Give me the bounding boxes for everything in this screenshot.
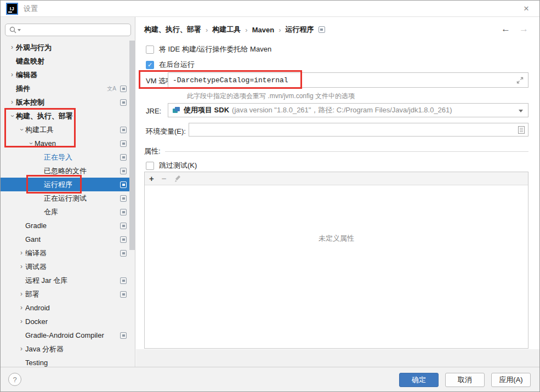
no-properties-message: 未定义属性: [145, 234, 528, 243]
add-property-button[interactable]: +: [149, 173, 154, 185]
external-settings-icon: [319, 26, 325, 33]
window-title: 设置: [24, 4, 38, 14]
sidebar-item-label: 构建、执行、部署: [16, 109, 73, 123]
close-icon[interactable]: ×: [521, 3, 532, 14]
sidebar-scrollbar[interactable]: [129, 41, 135, 250]
sidebar-item-label: Gant: [25, 232, 41, 246]
env-browse-icon[interactable]: [518, 126, 525, 134]
sidebar-item-label: 部署: [25, 287, 39, 301]
dialog-footer: ? 确定 取消 应用(A): [1, 367, 540, 392]
sidebar-item-appearance-behavior[interactable]: 外观与行为: [1, 41, 135, 54]
jre-value-detail: (java version "1.8.0_261"，路径: C:/Program…: [232, 105, 452, 115]
env-variables-input[interactable]: [189, 123, 528, 137]
tree-chevron-icon[interactable]: [18, 301, 25, 315]
jre-value-main: 使用项目 SDK: [184, 105, 229, 115]
sidebar-item-repositories[interactable]: 仓库: [1, 205, 135, 219]
sidebar-item-label: Android: [25, 301, 50, 315]
vm-options-hint: 此字段中指定的选项会重写 .mvn/jvm.config 文件中的选项: [187, 92, 355, 101]
sidebar-item-debugger[interactable]: 调试器: [1, 260, 135, 274]
sidebar-item-deployment[interactable]: 部署: [1, 287, 135, 301]
sidebar-item-running-tests[interactable]: 正在运行测试: [1, 191, 135, 205]
tree-chevron-icon[interactable]: [18, 246, 25, 260]
jre-label: JRE:: [146, 107, 161, 115]
sidebar-item-runner[interactable]: 运行程序: [1, 178, 135, 191]
back-arrow-icon[interactable]: ←: [501, 24, 510, 35]
sidebar-item-plugins[interactable]: 插件 文A: [1, 82, 135, 95]
tree-chevron-icon[interactable]: [18, 260, 25, 274]
breadcrumb-part[interactable]: 构建工具: [212, 25, 241, 35]
properties-toolbar: + −: [145, 172, 528, 185]
sidebar-item-android[interactable]: Android: [1, 301, 135, 315]
run-in-background-checkbox[interactable]: ✓: [146, 61, 154, 69]
sidebar-item-java-profiler[interactable]: Java 分析器: [1, 342, 135, 356]
sidebar-item-importing[interactable]: 正在导入: [1, 150, 135, 164]
help-button[interactable]: ?: [8, 373, 21, 386]
vm-options-input[interactable]: -DarchetypeCatalog=internal: [168, 72, 528, 88]
sidebar-item-editor[interactable]: 编辑器: [1, 68, 135, 82]
search-icon: [9, 26, 16, 33]
sidebar-item-gant[interactable]: Gant: [1, 232, 135, 246]
expand-icon[interactable]: [516, 77, 524, 84]
sidebar-item-build-tools[interactable]: 构建工具: [1, 123, 135, 137]
external-settings-icon: [120, 99, 127, 106]
external-settings-icon: [120, 127, 127, 133]
external-settings-icon: [120, 277, 127, 284]
search-history-caret-icon[interactable]: [18, 29, 21, 31]
breadcrumb-part[interactable]: Maven: [252, 26, 274, 34]
skip-tests-checkbox[interactable]: [146, 162, 154, 170]
sidebar-item-keymap[interactable]: 键盘映射: [1, 54, 135, 68]
tree-chevron-icon[interactable]: [18, 342, 25, 356]
breadcrumb-separator: ›: [245, 26, 247, 34]
content-bottom-strip: [136, 349, 540, 367]
sidebar-item-testing[interactable]: Testing: [1, 356, 135, 367]
sidebar-item-gradle[interactable]: Gradle: [1, 219, 135, 232]
sidebar-item-gradle-android-compiler[interactable]: Gradle-Android Compiler: [1, 328, 135, 342]
tree-chevron-icon[interactable]: [8, 95, 16, 109]
sidebar-item-build-execution-deployment[interactable]: 构建、执行、部署: [1, 109, 135, 123]
tree-chevron-icon[interactable]: [8, 68, 16, 82]
run-in-background-row: ✓ 在后台运行: [146, 60, 195, 70]
external-settings-icon: [120, 332, 127, 339]
jre-dropdown[interactable]: 使用项目 SDK (java version "1.8.0_261"，路径: C…: [168, 103, 528, 117]
external-settings-icon: [120, 236, 127, 243]
external-settings-icon: [120, 250, 127, 257]
sidebar-item-maven[interactable]: Maven: [1, 137, 135, 150]
remove-property-button[interactable]: −: [162, 173, 167, 185]
sidebar-item-label: 编译器: [25, 246, 47, 260]
tree-chevron-icon[interactable]: [8, 41, 16, 54]
breadcrumb-part[interactable]: 运行程序: [286, 25, 314, 35]
settings-tree: 外观与行为 键盘映射 编辑器 插件 文A: [1, 41, 135, 367]
search-input[interactable]: [5, 24, 131, 36]
apply-button[interactable]: 应用(A): [491, 373, 531, 387]
cancel-button[interactable]: 取消: [445, 373, 485, 387]
settings-sidebar: 外观与行为 键盘映射 编辑器 插件 文A: [1, 17, 135, 367]
sidebar-item-remote-jar-repos[interactable]: 远程 Jar 仓库: [1, 274, 135, 287]
tree-chevron-icon[interactable]: [18, 287, 25, 301]
sidebar-item-label: 正在导入: [44, 150, 72, 164]
external-settings-icon: [120, 223, 127, 229]
edit-property-button[interactable]: [174, 175, 182, 183]
external-settings-icon: [120, 291, 127, 298]
sidebar-item-label: 远程 Jar 仓库: [25, 274, 67, 287]
sidebar-item-version-control[interactable]: 版本控制: [1, 95, 135, 109]
tree-chevron-icon[interactable]: [18, 315, 25, 328]
sidebar-item-compiler[interactable]: 编译器: [1, 246, 135, 260]
sidebar-item-docker[interactable]: Docker: [1, 315, 135, 328]
delegate-to-maven-checkbox[interactable]: [146, 46, 154, 54]
sidebar-item-label: Docker: [25, 315, 48, 328]
sidebar-item-label: Java 分析器: [25, 342, 64, 356]
sidebar-item-label: 运行程序: [44, 178, 72, 191]
tree-chevron-icon[interactable]: [18, 123, 25, 137]
external-settings-icon: [120, 168, 127, 174]
tree-chevron-icon[interactable]: [8, 109, 16, 123]
sidebar-item-label: 版本控制: [16, 95, 44, 109]
delegate-to-maven-row: 将 IDE 构建/运行操作委托给 Maven: [146, 44, 271, 54]
external-settings-icon: [120, 195, 127, 202]
ok-button[interactable]: 确定: [399, 373, 439, 387]
tree-chevron-icon[interactable]: [27, 137, 35, 150]
sidebar-item-label: Maven: [35, 137, 56, 150]
sidebar-item-ignored-files[interactable]: 已忽略的文件: [1, 164, 135, 178]
sidebar-item-label: 构建工具: [25, 123, 54, 137]
delegate-to-maven-label: 将 IDE 构建/运行操作委托给 Maven: [159, 44, 271, 54]
breadcrumb-part[interactable]: 构建、执行、部署: [144, 25, 201, 35]
